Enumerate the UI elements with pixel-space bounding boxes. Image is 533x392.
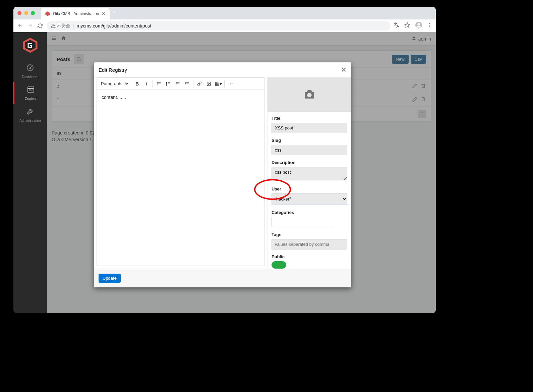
description-label: Description	[272, 160, 347, 165]
format-select[interactable]: Paragraph	[97, 78, 129, 90]
svg-rect-10	[28, 87, 34, 92]
number-list-icon[interactable]: 123	[164, 79, 173, 89]
tab-title: Gila CMS - Administration	[53, 11, 99, 16]
svg-marker-1	[405, 22, 410, 27]
svg-point-13	[157, 82, 158, 82]
profile-icon[interactable]	[415, 21, 422, 30]
public-toggle[interactable]	[272, 261, 286, 269]
svg-point-22	[307, 93, 311, 97]
favicon-icon	[45, 11, 50, 16]
svg-point-15	[157, 85, 158, 85]
url-text: mycms.com/gila/admin/content/post	[77, 23, 152, 29]
slug-label: Slug	[272, 138, 347, 143]
svg-rect-21	[215, 82, 219, 86]
modal-title: Edit Registry	[99, 67, 127, 73]
new-tab-button[interactable]: +	[113, 10, 117, 17]
categories-label: Categories	[272, 210, 347, 215]
back-button[interactable]	[17, 22, 23, 29]
bookmark-star-icon[interactable]	[404, 22, 410, 30]
sidebar-item-administration[interactable]: Administration	[13, 104, 47, 126]
sidebar: Dashboard Content Administration	[13, 32, 47, 313]
svg-point-5	[429, 24, 430, 25]
description-input[interactable]: xss post	[272, 167, 347, 180]
editor-content[interactable]: content.......	[97, 90, 264, 266]
public-label: Public	[272, 254, 347, 259]
forward-button[interactable]	[27, 22, 34, 29]
tab-close-icon[interactable]: ✕	[102, 11, 106, 16]
title-input[interactable]	[272, 123, 347, 133]
menu-dots-icon[interactable]	[427, 22, 432, 29]
svg-marker-0	[45, 11, 50, 16]
sidebar-label: Administration	[19, 119, 41, 122]
editor-toolbar: Paragraph B I 123 ▾ ⋯	[97, 77, 264, 90]
svg-point-3	[417, 23, 420, 25]
slug-input[interactable]	[272, 145, 347, 155]
categories-input[interactable]	[272, 217, 332, 227]
sidebar-label: Dashboard	[22, 75, 39, 79]
bold-icon[interactable]: B	[132, 79, 142, 89]
camera-icon	[302, 88, 317, 101]
outdent-icon[interactable]	[173, 79, 182, 89]
title-label: Title	[272, 116, 347, 121]
window-minimize-icon[interactable]	[24, 11, 28, 15]
svg-point-6	[429, 26, 430, 27]
link-icon[interactable]	[195, 79, 204, 89]
more-icon[interactable]: ⋯	[226, 79, 235, 89]
user-label: User	[272, 186, 347, 191]
tags-label: Tags	[272, 232, 347, 237]
close-icon[interactable]: ✕	[341, 66, 347, 74]
svg-point-14	[157, 83, 158, 84]
dashboard-icon	[26, 64, 34, 74]
update-button[interactable]: Update	[99, 274, 121, 283]
svg-point-20	[208, 82, 209, 83]
window-close-icon[interactable]	[17, 11, 21, 15]
sidebar-label: Content	[25, 97, 37, 101]
reload-button[interactable]	[37, 22, 44, 29]
sidebar-item-content[interactable]: Content	[13, 82, 47, 104]
tab-bar: Gila CMS - Administration ✕ +	[13, 7, 436, 19]
svg-point-4	[429, 23, 430, 24]
image-placeholder[interactable]	[268, 77, 351, 112]
table-icon[interactable]: ▾	[214, 79, 223, 89]
translate-icon[interactable]	[394, 22, 400, 30]
tags-input[interactable]	[272, 239, 347, 249]
bullet-list-icon[interactable]	[154, 79, 164, 89]
user-select[interactable]: hacker"	[272, 193, 347, 205]
wrench-icon	[26, 107, 34, 117]
content-icon	[27, 86, 35, 96]
image-icon[interactable]	[204, 79, 214, 89]
edit-registry-modal: Edit Registry ✕ Paragraph B I 123	[94, 62, 351, 287]
security-warning-icon: 不安全	[51, 23, 70, 29]
browser-tab[interactable]: Gila CMS - Administration ✕	[41, 8, 110, 19]
url-bar[interactable]: 不安全 | mycms.com/gila/admin/content/post	[47, 21, 390, 31]
svg-text:3: 3	[166, 84, 167, 86]
logo-icon	[22, 37, 39, 54]
window-zoom-icon[interactable]	[31, 11, 35, 15]
security-warning-text: 不安全	[57, 23, 70, 29]
indent-icon[interactable]	[182, 79, 192, 89]
sidebar-item-dashboard[interactable]: Dashboard	[13, 60, 47, 82]
italic-icon[interactable]: I	[142, 79, 151, 89]
